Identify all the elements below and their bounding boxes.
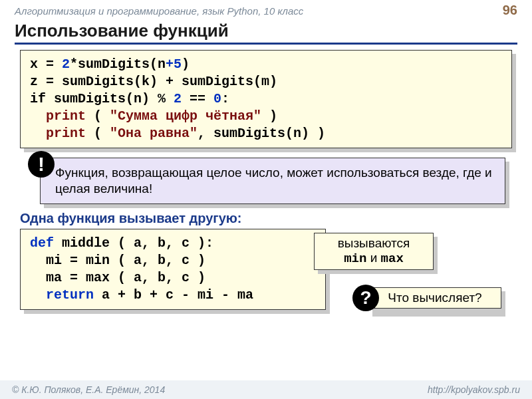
code-line: x = 2*sumDigits(n+5)	[30, 56, 502, 73]
callout-text: Что вычисляет?	[388, 291, 481, 305]
tip-text: Функция, возвращающая целое число, может…	[55, 166, 492, 196]
code-line: print ( "Сумма цифр чётная" )	[30, 108, 502, 125]
page-number: 96	[503, 3, 517, 18]
slide-header: Алгоритмизация и программирование, язык …	[0, 0, 532, 19]
callout-minmax: вызываются min и max	[314, 233, 434, 271]
callout-question: Что вычисляет?	[368, 287, 501, 309]
callout-line: min и max	[324, 251, 424, 267]
code-block-1: x = 2*sumDigits(n+5) z = sumDigits(k) + …	[20, 50, 512, 148]
code-line: mi = min ( a, b, c )	[30, 252, 316, 269]
course-title: Алгоритмизация и программирование, язык …	[15, 5, 303, 17]
code-line: if sumDigits(n) % 2 == 0:	[30, 90, 502, 108]
footer-url: http://kpolyakov.spb.ru	[428, 384, 520, 395]
slide-footer: © К.Ю. Поляков, Е.А. Ерёмин, 2014 http:/…	[0, 380, 532, 399]
slide-title: Использование функций	[15, 21, 517, 45]
code-line: def middle ( a, b, c ):	[30, 235, 316, 252]
section-subhead: Одна функция вызывает другую:	[20, 211, 512, 226]
tip-box: Функция, возвращающая целое число, может…	[40, 158, 505, 204]
question-icon: ?	[352, 285, 379, 311]
code-line: ma = max ( a, b, c )	[30, 269, 316, 287]
code-line: return a + b + c - mi - ma	[30, 287, 316, 304]
callout-line: вызываются	[324, 236, 424, 251]
exclamation-icon: !	[28, 151, 55, 178]
code-block-2: def middle ( a, b, c ): mi = min ( a, b,…	[20, 229, 326, 310]
footer-copyright: © К.Ю. Поляков, Е.А. Ерёмин, 2014	[12, 384, 165, 395]
code-line: print ( "Она равна", sumDigits(n) )	[30, 125, 502, 142]
code-line: z = sumDigits(k) + sumDigits(m)	[30, 73, 502, 90]
